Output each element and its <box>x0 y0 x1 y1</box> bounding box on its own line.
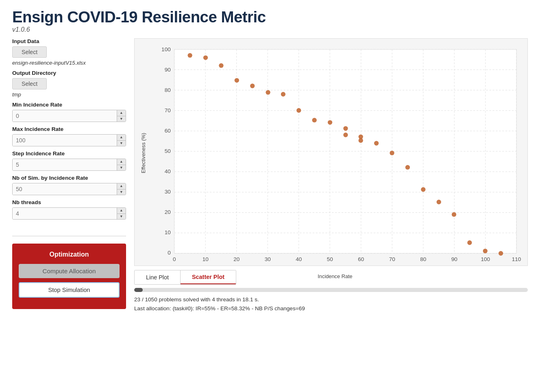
field-label-1: Max Incidence Rate <box>12 126 126 132</box>
select-input-button[interactable]: Select <box>12 46 47 58</box>
svg-point-51 <box>250 84 255 88</box>
svg-text:10: 10 <box>202 256 209 262</box>
spinner-field-3: ▲▼ <box>12 183 126 195</box>
svg-text:90: 90 <box>451 256 458 262</box>
svg-text:30: 30 <box>165 189 171 195</box>
spinner-input-2[interactable] <box>13 159 117 170</box>
spinner-up-3[interactable]: ▲ <box>117 183 126 189</box>
chart-svg-wrap: 100 90 80 70 60 50 40 30 20 10 0 <box>147 45 523 271</box>
select-output-button[interactable]: Select <box>12 78 47 89</box>
status-text: 23 / 1050 problems solved with 4 threads… <box>134 295 528 313</box>
optimization-title: Optimization <box>19 251 120 258</box>
svg-text:60: 60 <box>358 256 364 262</box>
spinner-input-4[interactable] <box>13 208 117 219</box>
right-panel: Effectiveness (%) <box>134 38 528 313</box>
svg-text:80: 80 <box>165 87 171 93</box>
left-panel: Input Data Select ensign-resilience-inpu… <box>12 38 126 309</box>
spinner-field-1: ▲▼ <box>12 134 126 146</box>
svg-text:20: 20 <box>233 256 240 262</box>
svg-text:0: 0 <box>168 250 171 256</box>
chart-container: Effectiveness (%) <box>134 38 528 266</box>
spinner-down-1[interactable]: ▼ <box>117 141 126 146</box>
svg-point-53 <box>281 92 285 96</box>
svg-point-63 <box>405 165 410 170</box>
field-label-2: Step Incidence Rate <box>12 150 126 157</box>
svg-text:70: 70 <box>165 107 171 113</box>
spinner-input-1[interactable] <box>13 135 117 146</box>
spinner-field-0: ▲▼ <box>12 110 126 122</box>
app-version: v1.0.6 <box>12 26 528 33</box>
spinner-up-4[interactable]: ▲ <box>117 208 126 214</box>
status-line1: 23 / 1050 problems solved with 4 threads… <box>134 295 528 304</box>
svg-text:100: 100 <box>161 46 171 52</box>
svg-text:40: 40 <box>296 256 302 262</box>
progress-bar-fill <box>134 288 143 292</box>
field-label-3: Nb of Sim. by Incidence Rate <box>12 175 126 181</box>
app-title: Ensign COVID-19 Resilience Metric <box>12 8 528 26</box>
optimization-panel: Optimization Compute Allocation Stop Sim… <box>12 244 126 309</box>
svg-point-62 <box>390 150 394 155</box>
svg-point-47 <box>188 53 192 57</box>
spinner-down-4[interactable]: ▼ <box>117 214 126 220</box>
svg-point-54 <box>296 108 301 113</box>
svg-text:40: 40 <box>165 168 171 174</box>
svg-text:20: 20 <box>165 209 171 215</box>
output-dir-label: Output Directory <box>12 70 126 76</box>
svg-point-58 <box>343 133 348 137</box>
spinner-field-2: ▲▼ <box>12 159 126 171</box>
field-label-4: Nb threads <box>12 199 126 205</box>
svg-point-56 <box>328 120 332 124</box>
x-axis-label: Incidence Rate <box>147 271 523 279</box>
svg-point-67 <box>467 240 472 245</box>
compute-allocation-button[interactable]: Compute Allocation <box>19 264 120 278</box>
spinner-input-0[interactable] <box>13 110 117 122</box>
svg-point-61 <box>374 141 379 146</box>
stop-simulation-button[interactable]: Stop Simulation <box>19 282 120 298</box>
spinner-up-1[interactable]: ▲ <box>117 135 126 141</box>
chart-plot-area: 100 90 80 70 60 50 40 30 20 10 0 <box>147 45 523 261</box>
scatter-chart: 100 90 80 70 60 50 40 30 20 10 0 <box>147 45 523 271</box>
fields-container: Min Incidence Rate▲▼Max Incidence Rate▲▼… <box>12 102 126 220</box>
svg-text:50: 50 <box>165 148 171 154</box>
svg-text:60: 60 <box>165 128 171 134</box>
svg-point-52 <box>266 90 270 94</box>
svg-text:70: 70 <box>389 256 396 262</box>
svg-point-57 <box>343 126 348 131</box>
svg-point-64 <box>421 187 425 192</box>
svg-text:0: 0 <box>173 256 176 262</box>
controls-area: Input Data Select ensign-resilience-inpu… <box>12 38 126 232</box>
svg-text:90: 90 <box>165 67 171 73</box>
svg-text:80: 80 <box>420 256 427 262</box>
svg-text:100: 100 <box>481 256 490 262</box>
svg-point-55 <box>312 118 317 122</box>
y-axis-label: Effectiveness (%) <box>139 45 147 261</box>
spinner-down-2[interactable]: ▼ <box>117 165 126 171</box>
spinner-down-3[interactable]: ▼ <box>117 189 126 195</box>
spinner-down-0[interactable]: ▼ <box>117 116 126 122</box>
svg-text:110: 110 <box>512 256 521 262</box>
svg-text:30: 30 <box>265 256 271 262</box>
svg-point-50 <box>235 78 239 83</box>
status-line2: Last allocation: (task#0): IR=55% - ER=5… <box>134 304 528 313</box>
svg-text:50: 50 <box>327 256 333 262</box>
output-dir-value: tmp <box>12 91 126 98</box>
svg-point-60 <box>359 138 363 143</box>
progress-bar <box>134 288 528 292</box>
spinner-input-3[interactable] <box>13 183 117 195</box>
spinner-up-2[interactable]: ▲ <box>117 159 126 165</box>
svg-point-68 <box>483 249 488 253</box>
svg-point-48 <box>203 55 208 60</box>
svg-point-69 <box>499 251 503 255</box>
svg-point-49 <box>219 63 223 68</box>
spinner-up-0[interactable]: ▲ <box>117 110 126 116</box>
input-file-label: ensign-resilience-inputV15.xlsx <box>12 60 126 66</box>
svg-point-66 <box>452 212 456 217</box>
svg-point-65 <box>437 200 441 204</box>
input-data-label: Input Data <box>12 38 126 44</box>
spinner-field-4: ▲▼ <box>12 207 126 220</box>
svg-text:10: 10 <box>165 229 171 235</box>
field-label-0: Min Incidence Rate <box>12 102 126 108</box>
